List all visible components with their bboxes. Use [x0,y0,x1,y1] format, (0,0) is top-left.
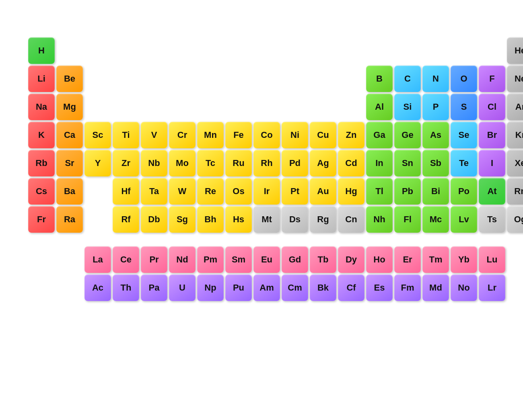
element-rb: Rb [28,150,55,176]
element-pm: Pm [197,246,224,273]
element-bk: Bk [310,275,336,301]
element-co: Co [253,122,280,148]
element-in: In [366,150,393,176]
element-dy: Dy [338,246,364,273]
element-tc: Tc [197,150,224,176]
element-po: Po [451,178,477,205]
element-pd: Pd [282,150,308,176]
element-rh: Rh [253,150,280,176]
element-rn: Rn [507,178,523,205]
element-c: C [394,66,421,92]
element-tm: Tm [422,246,449,273]
element-kr: Kr [507,122,523,148]
element-fe: Fe [225,122,252,148]
element-cd: Cd [338,150,364,176]
element-pr: Pr [141,246,167,273]
element-au: Au [310,178,336,205]
element-cs: Cs [28,178,55,205]
element-la: La [84,246,111,273]
element-hf: Hf [113,178,139,205]
element-zn: Zn [338,122,364,148]
element-ga: Ga [366,122,393,148]
element-hs: Hs [225,206,252,233]
element-pa: Pa [141,275,167,301]
element-cr: Cr [169,122,196,148]
element-er: Er [394,246,421,273]
element-rg: Rg [310,206,336,233]
element-ne: Ne [507,66,523,92]
element-n: N [422,66,449,92]
element-os: Os [225,178,252,205]
element-bh: Bh [197,206,224,233]
element-k: K [28,122,55,148]
element-am: Am [253,275,280,301]
element-ac: Ac [84,275,111,301]
element-fm: Fm [394,275,421,301]
element-h: H [28,37,55,64]
element-es: Es [366,275,393,301]
element-ts: Ts [479,206,505,233]
element-he: He [507,37,523,64]
element-te: Te [451,150,477,176]
element-mg: Mg [56,94,83,120]
element-zr: Zr [113,150,139,176]
element-rf: Rf [113,206,139,233]
element-sn: Sn [394,150,421,176]
element-mn: Mn [197,122,224,148]
element-sc: Sc [84,122,111,148]
element-ag: Ag [310,150,336,176]
element-sg: Sg [169,206,196,233]
element-nb: Nb [141,150,167,176]
element-eu: Eu [253,246,280,273]
element-ca: Ca [56,122,83,148]
element-u: U [169,275,196,301]
element-mc: Mc [422,206,449,233]
element-gd: Gd [282,246,308,273]
element-pt: Pt [282,178,308,205]
element-v: V [141,122,167,148]
element-ar: Ar [507,94,523,120]
element-y: Y [84,150,111,176]
element-at: At [479,178,505,205]
element-p: P [422,94,449,120]
element-li: Li [28,66,55,92]
element-lv: Lv [451,206,477,233]
element-na: Na [28,94,55,120]
element-ti: Ti [113,122,139,148]
element-sm: Sm [225,246,252,273]
element-pb: Pb [394,178,421,205]
element-i: I [479,150,505,176]
element-al: Al [366,94,393,120]
element-cu: Cu [310,122,336,148]
element-no: No [451,275,477,301]
element-ba: Ba [56,178,83,205]
element-sr: Sr [56,150,83,176]
element-ra: Ra [56,206,83,233]
element-nd: Nd [169,246,196,273]
element-db: Db [141,206,167,233]
element-b: B [366,66,393,92]
element-og: Og [507,206,523,233]
element-yb: Yb [451,246,477,273]
element-ge: Ge [394,122,421,148]
element-cf: Cf [338,275,364,301]
element-sb: Sb [422,150,449,176]
element-fr: Fr [28,206,55,233]
element-ta: Ta [141,178,167,205]
element-hg: Hg [338,178,364,205]
element-pu: Pu [225,275,252,301]
element-cn: Cn [338,206,364,233]
element-re: Re [197,178,224,205]
element-np: Np [197,275,224,301]
element-ni: Ni [282,122,308,148]
element-br: Br [479,122,505,148]
element-mt: Mt [253,206,280,233]
element-ru: Ru [225,150,252,176]
element-w: W [169,178,196,205]
element-o: O [451,66,477,92]
element-nh: Nh [366,206,393,233]
element-cl: Cl [479,94,505,120]
element-be: Be [56,66,83,92]
element-cm: Cm [282,275,308,301]
element-ds: Ds [282,206,308,233]
